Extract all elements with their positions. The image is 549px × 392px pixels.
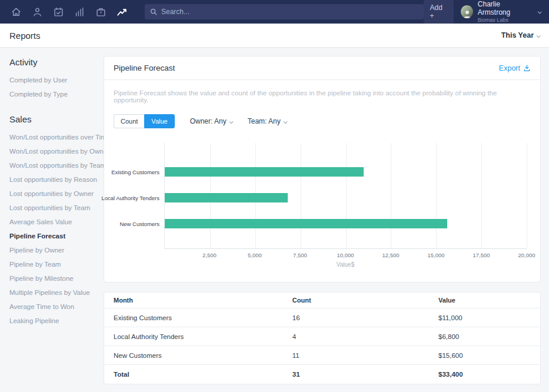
count-toggle-button[interactable]: Count	[114, 114, 144, 128]
sidebar-item-lost-by-owner[interactable]: Lost opportunities by Owner	[9, 187, 98, 201]
gridline	[527, 143, 527, 248]
period-label: This Year	[501, 31, 534, 39]
search-placeholder: Search...	[161, 8, 189, 16]
sidebar-item-multiple-pipelines-by-value[interactable]: Multiple Pipelines by Value	[9, 285, 98, 300]
chevron-down-icon	[538, 9, 542, 14]
nav-cases-button[interactable]	[93, 4, 108, 19]
table-row: Local Authority Tenders 4 $6,800	[104, 327, 540, 346]
sidebar-item-pipeline-by-milestone[interactable]: Pipeline by Milestone	[9, 271, 98, 285]
x-axis-label: Value$	[164, 260, 527, 268]
team-filter[interactable]: Team: Any	[248, 117, 287, 125]
cell-month: Existing Customers	[104, 308, 283, 327]
avatar-silhouette-icon	[463, 9, 472, 18]
sidebar-item-pipeline-by-team[interactable]: Pipeline by Team	[9, 257, 98, 271]
nav-icons	[8, 4, 129, 19]
cell-count: 11	[283, 346, 429, 365]
user-org: Biomax Labs	[478, 17, 530, 23]
export-button[interactable]: Export	[499, 64, 531, 72]
sidebar-item-lost-by-team[interactable]: Lost opportunities by Team	[9, 201, 98, 215]
sidebar-item-completed-by-user[interactable]: Completed by User	[9, 73, 98, 87]
category-label: New Customers	[119, 221, 159, 227]
sidebar-item-wonlost-by-owner[interactable]: Won/Lost opportunities by Owner	[9, 144, 98, 158]
sidebar-heading-sales: Sales	[9, 114, 98, 124]
sidebar-item-average-time-to-won[interactable]: Average Time to Won	[9, 300, 98, 314]
table-total-row: Total 31 $33,400	[104, 365, 540, 384]
owner-filter-value: Any	[214, 117, 227, 125]
panel-title: Pipeline Forecast	[114, 64, 175, 72]
category-label: Local Authority Tenders	[101, 195, 159, 201]
bar-new-customers[interactable]	[165, 219, 447, 228]
user-avatar	[461, 5, 473, 18]
add-button[interactable]: Add +	[424, 0, 454, 24]
sidebar-item-completed-by-type[interactable]: Completed by Type	[9, 87, 98, 101]
period-selector[interactable]: This Year	[501, 31, 540, 39]
x-tick-label: 20,000	[518, 252, 535, 258]
chart-row: Existing Customers	[165, 159, 527, 185]
nav-calendar-button[interactable]	[51, 4, 66, 19]
sidebar-item-lost-by-reason[interactable]: Lost opportunities by Reason	[9, 172, 98, 187]
x-tick-label: 2,500	[202, 252, 217, 258]
briefcase-icon	[96, 7, 106, 17]
table-row: New Customers 11 $15,600	[104, 346, 540, 365]
panel-header: Pipeline Forecast Export	[104, 57, 540, 80]
report-description: Pipeline Forecast shows the value and co…	[114, 89, 531, 104]
table-row: Existing Customers 16 $11,000	[104, 308, 540, 327]
reports-sidebar: Activity Completed by User Completed by …	[0, 48, 104, 337]
cell-value: $6,800	[429, 327, 540, 346]
download-icon	[523, 64, 531, 72]
search-input[interactable]: Search...	[145, 4, 424, 19]
chevron-down-icon	[283, 119, 287, 124]
nav-sales-button[interactable]	[72, 4, 87, 19]
sidebar-item-leaking-pipeline[interactable]: Leaking Pipeline	[9, 314, 98, 328]
sidebar-item-pipeline-forecast[interactable]: Pipeline Forecast	[9, 229, 98, 243]
category-label: Existing Customers	[111, 169, 159, 175]
sidebar-item-wonlost-over-time[interactable]: Won/Lost opportunities over Time	[9, 130, 98, 144]
chart-row: New Customers	[165, 211, 527, 237]
cell-count: 4	[283, 327, 429, 346]
x-tick-label: 17,500	[473, 252, 490, 258]
x-tick-label: 12,500	[382, 252, 399, 258]
value-toggle-button[interactable]: Value	[144, 114, 174, 128]
export-label: Export	[499, 64, 520, 72]
panel-body: Pipeline Forecast shows the value and co…	[104, 80, 540, 282]
person-icon	[32, 7, 42, 17]
sidebar-item-average-sales-value[interactable]: Average Sales Value	[9, 215, 98, 229]
cell-value: $15,600	[429, 346, 540, 365]
summary-table-panel: Month Count Value Existing Customers 16 …	[104, 292, 541, 384]
column-header-value: Value	[429, 293, 540, 308]
x-tick-label: 7,500	[293, 252, 307, 258]
user-menu[interactable]: Charlie Armstrong Biomax Labs	[461, 1, 541, 23]
page-title: Reports	[9, 31, 41, 41]
sidebar-item-pipeline-by-owner[interactable]: Pipeline by Owner	[9, 243, 98, 257]
pipeline-forecast-panel: Pipeline Forecast Export Pipeline Foreca…	[104, 56, 541, 283]
chevron-down-icon	[229, 119, 233, 124]
x-tick-label: 15,000	[427, 252, 444, 258]
top-navbar: Search... Add + Charlie Armstrong Biomax…	[0, 0, 549, 24]
user-text: Charlie Armstrong Biomax Labs	[478, 1, 530, 23]
cell-value: $11,000	[429, 308, 540, 327]
column-header-count: Count	[283, 293, 429, 308]
chart-plot-area: Existing Customers Local Authority Tende…	[164, 143, 527, 249]
user-name: Charlie Armstrong	[478, 1, 530, 17]
cell-month: New Customers	[104, 346, 283, 365]
nav-contacts-button[interactable]	[29, 4, 45, 19]
summary-table: Month Count Value Existing Customers 16 …	[104, 293, 540, 384]
owner-filter-label: Owner:	[190, 117, 213, 125]
nav-reports-button[interactable]	[114, 4, 129, 19]
chart-bar-rows: Existing Customers Local Authority Tende…	[165, 159, 527, 237]
nav-home-button[interactable]	[8, 4, 24, 19]
count-value-toggle: Count Value	[114, 114, 175, 128]
team-filter-label: Team:	[248, 117, 267, 125]
cell-count: 16	[283, 308, 429, 327]
cell-count: 31	[283, 365, 429, 384]
bar-local-authority-tenders[interactable]	[165, 193, 288, 202]
cell-month: Local Authority Tenders	[104, 327, 283, 346]
x-tick-label: 10,000	[337, 252, 354, 258]
bar-existing-customers[interactable]	[165, 167, 364, 177]
owner-filter[interactable]: Owner: Any	[190, 117, 232, 125]
pipeline-forecast-chart: Existing Customers Local Authority Tende…	[114, 143, 531, 268]
table-header-row: Month Count Value	[104, 293, 540, 308]
x-tick-label: 5,000	[248, 252, 262, 258]
sidebar-item-wonlost-by-team[interactable]: Won/Lost opportunities by Team	[9, 158, 98, 172]
calendar-check-icon	[54, 7, 64, 17]
